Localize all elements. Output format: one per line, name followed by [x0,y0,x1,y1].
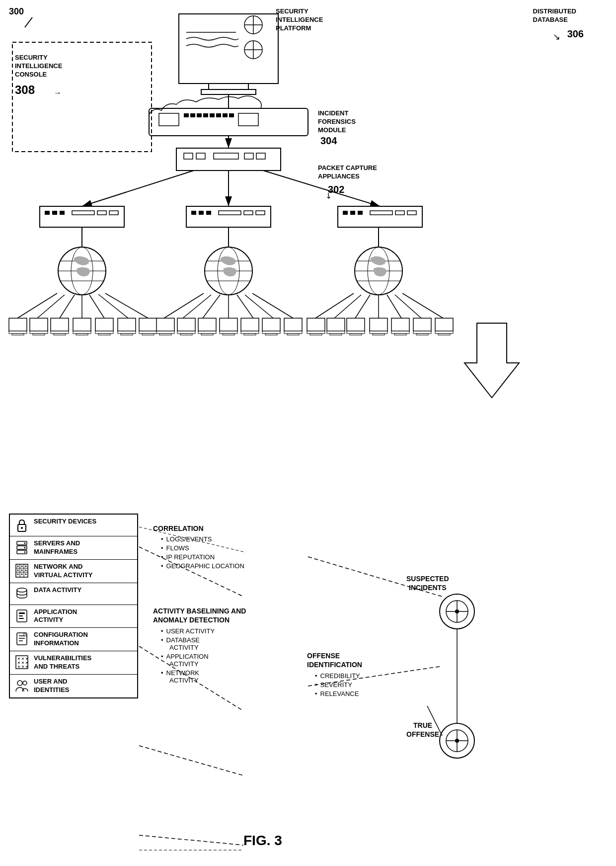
svg-line-85 [245,295,273,318]
svg-rect-39 [199,211,204,215]
svg-point-6 [244,41,262,59]
ifm-label: INCIDENTFORENSICSMODULE [318,109,356,135]
svg-rect-44 [338,206,422,227]
svg-line-81 [183,295,211,318]
svg-rect-114 [142,334,154,335]
svg-line-0 [25,17,32,27]
bullet-db-activity: •DATABASE ACTIVITY [161,636,246,651]
svg-rect-46 [350,211,355,215]
svg-rect-134 [284,331,302,334]
svg-rect-155 [435,331,453,334]
svg-rect-137 [307,331,325,334]
svg-point-165 [446,601,468,622]
svg-rect-18 [216,113,221,117]
database-icon [14,587,30,601]
svg-rect-112 [139,318,157,331]
svg-rect-128 [241,331,259,334]
legend-item-app: APPLICATIONACTIVITY [10,605,137,628]
svg-point-197 [21,569,23,571]
svg-rect-43 [256,211,265,215]
bullet-credibility: •CREDIBILITY [315,672,362,680]
svg-rect-106 [95,318,113,331]
svg-point-56 [71,247,93,295]
svg-rect-150 [394,334,406,335]
svg-rect-45 [343,211,348,215]
svg-rect-34 [72,211,94,215]
svg-rect-108 [98,334,110,335]
svg-rect-122 [198,331,216,334]
svg-point-200 [21,573,23,575]
svg-rect-24 [196,153,205,159]
svg-line-73 [17,293,57,318]
svg-rect-31 [45,211,50,215]
correlation-section: CORRELATION •LOGS/EVENTS •FLOWS •IP REPU… [153,524,244,571]
true-offense-label: TRUEOFFENSE [406,721,439,739]
svg-rect-14 [190,113,195,117]
legend-text-network: NETWORK ANDVIRTUAL ACTIVITY [34,563,92,580]
legend-text-app: APPLICATIONACTIVITY [34,608,77,625]
svg-point-181 [21,527,23,529]
bullet-ip: •IP REPUTATION [161,553,244,561]
svg-rect-97 [30,318,48,331]
app-icon [14,609,30,623]
svg-rect-20 [229,113,234,117]
svg-rect-22 [176,148,281,171]
bullet-user-activity: •USER ACTIVITY [161,627,246,635]
svg-rect-30 [40,206,124,227]
svg-point-195 [25,565,27,567]
bullet-flows: •FLOWS [161,544,244,552]
legend-item-security-devices: SECURITY DEVICES [10,515,137,536]
bullet-geo: •GEOGRAPHIC LOCATION [161,562,244,570]
diagram-svg [0,0,616,866]
fig-label: FIG. 3 [243,833,282,849]
svg-rect-149 [391,331,409,334]
svg-rect-143 [347,331,365,334]
svg-rect-1 [179,14,278,84]
svg-rect-101 [51,331,69,334]
svg-rect-118 [177,318,195,331]
svg-point-170 [446,730,468,752]
svg-rect-105 [76,334,88,335]
console-number: 308 [15,82,35,97]
svg-rect-104 [73,331,91,334]
svg-rect-144 [350,334,362,335]
svg-rect-141 [330,334,342,335]
svg-rect-95 [9,331,27,334]
svg-rect-151 [413,318,431,331]
svg-rect-148 [391,318,409,331]
svg-rect-103 [73,318,91,331]
svg-rect-132 [265,334,277,335]
svg-rect-123 [201,334,213,335]
svg-marker-157 [464,323,519,398]
svg-rect-116 [156,331,174,334]
ifm-number: 304 [320,134,337,147]
legend-item-users: USER ANDIDENTITIES [10,675,137,697]
svg-point-60 [205,247,252,295]
activity-title: ACTIVITY BASELINING ANDANOMALY DETECTION [153,606,246,624]
svg-line-84 [237,295,253,318]
pca-label: PACKET CAPTUREAPPLIANCES [318,164,377,181]
svg-point-230 [17,681,22,686]
svg-rect-23 [184,153,193,159]
bullet-logs: •LOGS/EVENTS [161,535,244,543]
legend-item-data: DATA ACTIVITY [10,583,137,605]
svg-rect-13 [184,113,189,117]
svg-point-173 [455,739,459,743]
vuln-icon [14,655,30,669]
svg-rect-11 [149,108,308,136]
svg-rect-204 [19,612,25,614]
svg-rect-146 [370,331,387,334]
svg-rect-42 [244,211,253,215]
svg-rect-125 [220,331,237,334]
svg-point-194 [21,565,23,567]
svg-rect-109 [118,318,136,331]
svg-rect-156 [438,334,450,335]
svg-line-161 [139,835,243,845]
correlation-title: CORRELATION [153,524,244,532]
svg-rect-136 [307,318,325,331]
svg-rect-15 [197,113,202,117]
svg-rect-138 [310,334,322,335]
svg-line-160 [139,746,243,776]
svg-rect-121 [198,318,216,331]
svg-rect-154 [435,318,453,331]
